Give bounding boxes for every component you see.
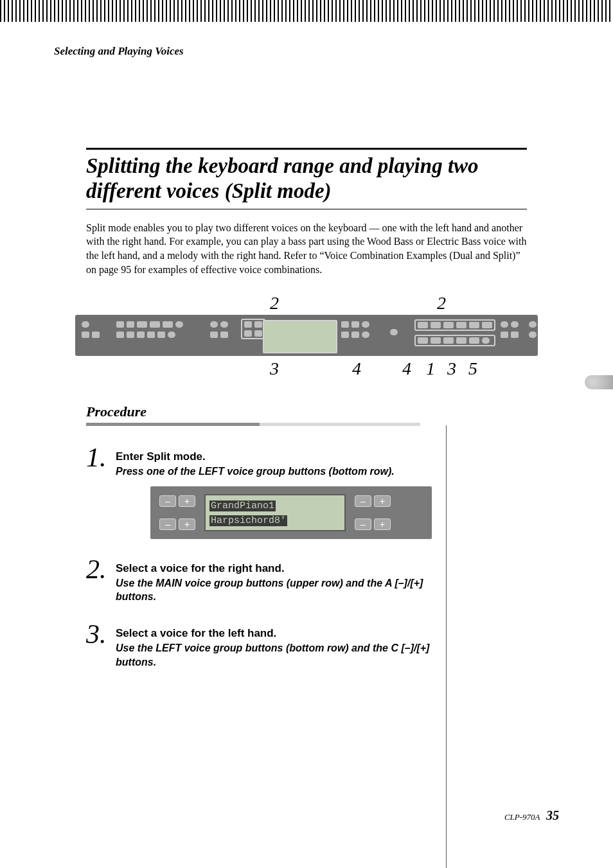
callout-3: 3: [268, 359, 281, 382]
device-panel: [75, 315, 538, 356]
plus-button-c: +: [179, 518, 195, 530]
step-1-sub: Press one of the LEFT voice group button…: [116, 465, 446, 479]
callout-row-bottom: 3 4 4 1 3 5: [75, 359, 538, 382]
plus-button-a: +: [179, 495, 195, 507]
rule-top: [86, 148, 527, 150]
step-2-head: Select a voice for the right hand.: [116, 562, 446, 575]
step-3-number: 3.: [86, 621, 116, 648]
minus-button-d: –: [355, 518, 371, 530]
lcd-line-1: GrandPiano1: [209, 500, 276, 511]
callout-row-top: 2 2: [75, 293, 538, 315]
step-1-number: 1.: [86, 444, 116, 471]
step-2-number: 2.: [86, 556, 116, 583]
procedure-rule: [86, 423, 527, 426]
step-3-sub: Use the LEFT voice group buttons (bottom…: [116, 641, 446, 669]
callout-4b: 4: [400, 359, 413, 382]
voice-button-grid: [414, 319, 495, 346]
step-3-head: Select a voice for the left hand.: [116, 627, 446, 640]
callout-2-right: 2: [435, 293, 448, 315]
minus-button-c: –: [159, 518, 176, 530]
rule-bottom: [86, 209, 527, 209]
callout-4a: 4: [350, 359, 363, 382]
step-1-head: Enter Split mode.: [116, 450, 446, 463]
top-barcode-strip: [0, 0, 613, 22]
lcd-illustration: – + – + GrandPiano1 Harpsichord8': [150, 486, 432, 539]
step-3: 3. Select a voice for the left hand. Use…: [86, 621, 446, 669]
step-1: 1. Enter Split mode. Press one of the LE…: [86, 444, 446, 539]
section-title: Splitting the keyboard range and playing…: [86, 154, 527, 204]
section-title-block: Splitting the keyboard range and playing…: [86, 148, 527, 209]
lcd-line-2: Harpsichord8': [209, 515, 287, 526]
side-rule: [446, 425, 447, 868]
lcd-screen: GrandPiano1 Harpsichord8': [204, 494, 346, 531]
plus-button-d: +: [374, 518, 391, 530]
plus-button-b: +: [374, 495, 391, 507]
procedure-title: Procedure: [86, 403, 527, 420]
page-footer: CLP-970A 35: [504, 808, 559, 823]
panel-screen: [263, 320, 337, 353]
panel-illustration: 2 2: [75, 293, 538, 382]
minus-button-b: –: [355, 495, 371, 507]
footer-page-number: 35: [546, 808, 559, 822]
callout-135: 1 3 5: [425, 359, 483, 382]
minus-button-a: –: [159, 495, 176, 507]
footer-model: CLP-970A: [504, 812, 540, 822]
intro-paragraph: Split mode enables you to play two diffe…: [86, 221, 527, 276]
running-head: Selecting and Playing Voices: [54, 45, 559, 58]
procedure-block: Procedure 1. Enter Split mode. Press one…: [86, 403, 527, 669]
thumb-tab: [585, 375, 613, 389]
step-2-sub: Use the MAIN voice group buttons (upper …: [116, 576, 446, 604]
callout-2-left: 2: [268, 293, 281, 315]
step-2: 2. Select a voice for the right hand. Us…: [86, 556, 446, 604]
